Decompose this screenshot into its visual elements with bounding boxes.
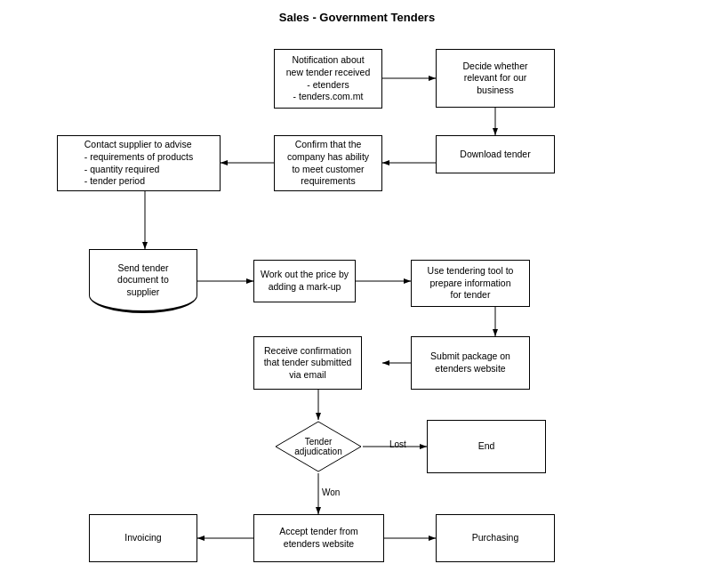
diagram-container: Sales - Government Tenders xyxy=(0,0,714,588)
box-purchasing: Purchasing xyxy=(436,514,555,562)
box-send-tender: Send tender document to supplier xyxy=(89,249,197,313)
diamond-adjudication: Tender adjudication xyxy=(274,420,363,473)
box-download: Download tender xyxy=(436,135,555,173)
box-work-price: Work out the price by adding a mark-up xyxy=(253,260,356,302)
box-accept: Accept tender from etenders website xyxy=(253,514,384,562)
label-lost: Lost xyxy=(389,439,406,449)
box-invoicing: Invoicing xyxy=(89,514,197,562)
box-decide: Decide whether relevant for our business xyxy=(436,49,555,108)
label-won: Won xyxy=(322,487,340,497)
box-receive-confirm: Receive confirmation that tender submitt… xyxy=(253,336,362,390)
box-confirm: Confirm that the company has ability to … xyxy=(274,135,382,191)
box-use-tool: Use tendering tool to prepare informatio… xyxy=(411,260,530,307)
box-contact: Contact supplier to advise - requirement… xyxy=(57,135,221,191)
box-end: End xyxy=(427,420,546,473)
box-notification: Notification about new tender received -… xyxy=(274,49,382,109)
box-submit: Submit package on etenders website xyxy=(411,336,530,390)
